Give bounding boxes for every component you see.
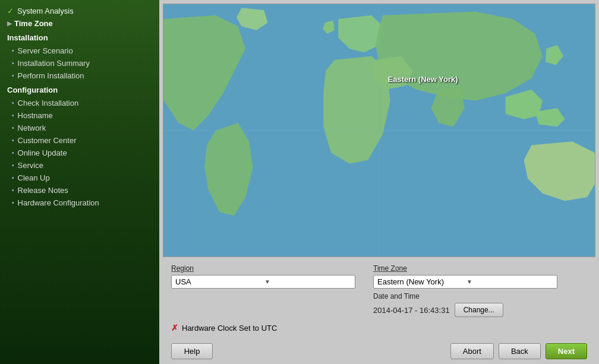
timezone-dropdown-icon: ▼ <box>466 278 553 285</box>
next-button[interactable]: Next <box>546 343 587 359</box>
back-button[interactable]: Back <box>499 343 541 359</box>
sidebar-item-system-analysis[interactable]: ✓ System Analysis <box>0 5 159 17</box>
installation-section-header: Installation <box>0 30 159 45</box>
configuration-section-header: Configuration <box>0 82 159 97</box>
timezone-value: Eastern (New York) <box>377 277 464 286</box>
region-dropdown-icon: ▼ <box>264 278 351 285</box>
sidebar-item-clean-up[interactable]: • Clean Up <box>0 172 159 184</box>
sidebar-item-label: Online Update <box>18 148 67 157</box>
timezone-select[interactable]: Eastern (New York) ▼ <box>373 275 557 289</box>
region-value: USA <box>175 277 262 286</box>
sidebar-item-label: Perform Installation <box>18 71 84 80</box>
datetime-row: 2014-04-17 - 16:43:31 Change... <box>373 303 557 317</box>
fields-row: Region USA ▼ Time Zone Eastern (New York… <box>171 264 587 317</box>
sidebar: ✓ System Analysis ▶ Time Zone Installati… <box>0 0 159 364</box>
sidebar-item-label: Release Notes <box>18 186 68 195</box>
sidebar-item-hostname[interactable]: • Hostname <box>0 109 159 122</box>
abort-button[interactable]: Abort <box>450 343 494 359</box>
sidebar-item-label: Service <box>18 161 43 170</box>
sidebar-item-label: Installation Summary <box>18 59 90 68</box>
sidebar-item-time-zone[interactable]: ▶ Time Zone <box>0 17 159 30</box>
footer: Help Abort Back Next <box>159 340 599 364</box>
timezone-field-group: Time Zone Eastern (New York) ▼ <box>373 264 557 289</box>
sidebar-item-label: Clean Up <box>18 173 50 182</box>
sidebar-item-label: Time Zone <box>14 19 53 28</box>
help-button[interactable]: Help <box>171 343 213 359</box>
sidebar-item-label: Network <box>18 124 46 132</box>
sidebar-item-label: Hostname <box>18 111 53 120</box>
hardware-clock-label: Hardware Clock Set to UTC <box>182 324 277 333</box>
sidebar-item-label: Server Scenario <box>18 46 73 55</box>
hardware-clock-row: ✗ Hardware Clock Set to UTC <box>171 323 587 333</box>
checkbox-x-icon: ✗ <box>171 323 178 333</box>
main-content: Eastern (New York) Region USA ▼ Time Zon… <box>159 0 599 364</box>
region-select[interactable]: USA ▼ <box>171 275 355 289</box>
sidebar-item-check-installation[interactable]: • Check Installation <box>0 97 159 109</box>
world-map[interactable]: Eastern (New York) <box>163 4 595 257</box>
sidebar-item-server-scenario[interactable]: • Server Scenario <box>0 45 159 57</box>
timezone-label: Time Zone <box>373 264 557 273</box>
footer-right-buttons: Abort Back Next <box>450 343 587 359</box>
sidebar-item-service[interactable]: • Service <box>0 159 159 172</box>
sidebar-item-hardware-configuration[interactable]: • Hardware Configuration <box>0 197 159 209</box>
sidebar-item-network[interactable]: • Network <box>0 122 159 134</box>
controls-area: Region USA ▼ Time Zone Eastern (New York… <box>159 257 599 340</box>
map-timezone-label: Eastern (New York) <box>388 75 458 84</box>
sidebar-item-online-update[interactable]: • Online Update <box>0 147 159 159</box>
sidebar-item-perform-installation[interactable]: • Perform Installation <box>0 69 159 82</box>
sidebar-item-release-notes[interactable]: • Release Notes <box>0 184 159 197</box>
timezone-date-group: Time Zone Eastern (New York) ▼ Date and … <box>373 264 557 317</box>
datetime-value: 2014-04-17 - 16:43:31 <box>373 306 450 315</box>
sidebar-item-label: Check Installation <box>18 99 79 107</box>
sidebar-item-label: Hardware Configuration <box>18 198 99 207</box>
change-button[interactable]: Change... <box>455 303 503 317</box>
sidebar-item-label: System Analysis <box>17 7 74 15</box>
sidebar-item-installation-summary[interactable]: • Installation Summary <box>0 57 159 69</box>
sidebar-item-label: Customer Center <box>18 136 77 145</box>
region-field-group: Region USA ▼ <box>171 264 355 317</box>
region-label: Region <box>171 264 355 273</box>
sidebar-item-customer-center[interactable]: • Customer Center <box>0 134 159 147</box>
datetime-label: Date and Time <box>373 292 557 300</box>
